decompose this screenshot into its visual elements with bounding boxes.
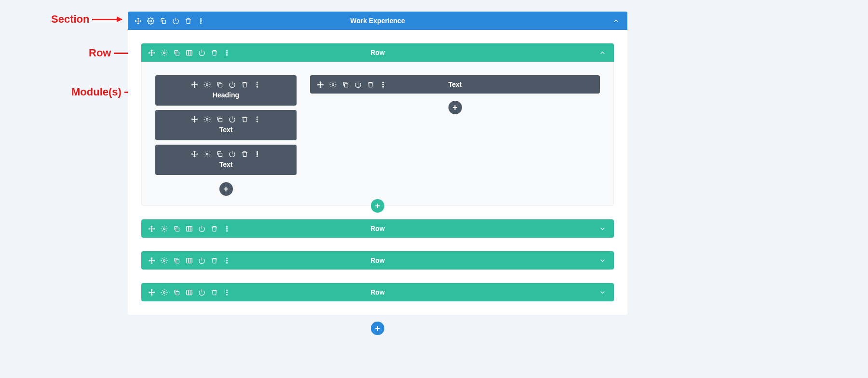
duplicate-icon[interactable] — [216, 116, 223, 123]
gear-icon[interactable] — [161, 257, 168, 264]
power-icon[interactable] — [229, 116, 236, 123]
trash-icon[interactable] — [241, 150, 248, 158]
svg-point-24 — [257, 153, 258, 154]
power-icon[interactable] — [198, 289, 205, 296]
move-icon[interactable] — [317, 81, 324, 88]
annotation-section-text: Section — [51, 13, 89, 26]
module-label: Text — [162, 126, 290, 134]
more-icon[interactable] — [254, 81, 261, 88]
duplicate-icon[interactable] — [173, 257, 180, 264]
chevron-up-icon[interactable] — [599, 49, 606, 56]
gear-icon[interactable] — [329, 81, 337, 88]
trash-icon[interactable] — [211, 225, 218, 232]
svg-point-41 — [226, 260, 227, 261]
trash-icon[interactable] — [211, 257, 218, 264]
module-toolbar — [162, 150, 290, 158]
svg-point-29 — [382, 84, 383, 85]
chevron-down-icon[interactable] — [599, 289, 606, 296]
svg-rect-38 — [176, 259, 179, 263]
arrow-icon — [92, 19, 122, 20]
trash-icon[interactable] — [367, 81, 374, 88]
row-header-collapsed[interactable]: Row — [141, 251, 614, 270]
svg-rect-1 — [163, 20, 166, 23]
column-left: Heading Text — [155, 75, 297, 196]
duplicate-icon[interactable] — [216, 150, 223, 158]
svg-point-26 — [332, 83, 334, 85]
svg-rect-39 — [187, 258, 192, 263]
svg-rect-33 — [187, 226, 192, 231]
trash-icon[interactable] — [211, 49, 218, 56]
power-icon[interactable] — [354, 81, 362, 88]
svg-point-0 — [150, 20, 152, 22]
power-icon[interactable] — [198, 49, 205, 56]
duplicate-icon[interactable] — [160, 17, 167, 25]
move-icon[interactable] — [191, 81, 198, 88]
module-text[interactable]: Text — [155, 110, 297, 140]
columns-icon[interactable] — [186, 49, 193, 56]
move-icon[interactable] — [135, 17, 142, 25]
add-section-button[interactable]: + — [371, 322, 384, 335]
svg-point-3 — [200, 20, 201, 21]
power-icon[interactable] — [229, 150, 236, 158]
svg-point-21 — [206, 153, 208, 155]
gear-icon[interactable] — [203, 81, 211, 88]
svg-point-37 — [163, 259, 165, 261]
svg-point-47 — [226, 292, 227, 293]
module-heading[interactable]: Heading — [155, 75, 297, 106]
trash-icon[interactable] — [185, 17, 192, 25]
move-icon[interactable] — [191, 150, 198, 158]
svg-point-36 — [226, 230, 227, 231]
chevron-up-icon[interactable] — [612, 17, 620, 25]
gear-icon[interactable] — [147, 17, 154, 25]
module-text[interactable]: Text — [310, 75, 600, 94]
more-icon[interactable] — [380, 81, 387, 88]
module-text[interactable]: Text — [155, 145, 297, 175]
move-icon[interactable] — [148, 289, 155, 296]
move-icon[interactable] — [148, 257, 155, 264]
more-icon[interactable] — [223, 225, 231, 232]
gear-icon[interactable] — [161, 289, 168, 296]
add-row-button[interactable]: + — [371, 199, 384, 213]
duplicate-icon[interactable] — [216, 81, 223, 88]
more-icon[interactable] — [254, 150, 261, 158]
more-icon[interactable] — [254, 116, 261, 123]
row-header-expanded[interactable]: Row — [141, 43, 614, 62]
row-header-collapsed[interactable]: Row — [141, 219, 614, 238]
power-icon[interactable] — [198, 257, 205, 264]
chevron-down-icon[interactable] — [599, 257, 606, 264]
svg-rect-17 — [219, 119, 222, 122]
move-icon[interactable] — [148, 225, 155, 232]
more-icon[interactable] — [223, 289, 231, 296]
trash-icon[interactable] — [211, 289, 218, 296]
columns-icon[interactable] — [186, 225, 193, 232]
row-toolbar — [148, 257, 231, 264]
move-icon[interactable] — [148, 49, 155, 56]
gear-icon[interactable] — [203, 116, 211, 123]
gear-icon[interactable] — [203, 150, 211, 158]
move-icon[interactable] — [191, 116, 198, 123]
trash-icon[interactable] — [241, 116, 248, 123]
columns-icon[interactable] — [186, 289, 193, 296]
columns-icon[interactable] — [186, 257, 193, 264]
more-icon[interactable] — [223, 49, 231, 56]
section-header[interactable]: Work Experience — [128, 12, 627, 30]
svg-point-5 — [163, 52, 165, 54]
gear-icon[interactable] — [161, 49, 168, 56]
add-module-button[interactable]: + — [448, 101, 462, 114]
power-icon[interactable] — [172, 17, 179, 25]
row-header-collapsed[interactable]: Row — [141, 283, 614, 301]
add-module-button[interactable]: + — [219, 182, 233, 196]
more-icon[interactable] — [223, 257, 231, 264]
more-icon[interactable] — [197, 17, 204, 25]
gear-icon[interactable] — [161, 225, 168, 232]
duplicate-icon[interactable] — [173, 49, 180, 56]
power-icon[interactable] — [229, 81, 236, 88]
duplicate-icon[interactable] — [173, 289, 180, 296]
chevron-down-icon[interactable] — [599, 225, 606, 232]
trash-icon[interactable] — [241, 81, 248, 88]
module-toolbar — [317, 81, 387, 88]
duplicate-icon[interactable] — [342, 81, 349, 88]
duplicate-icon[interactable] — [173, 225, 180, 232]
svg-point-16 — [206, 119, 208, 121]
power-icon[interactable] — [198, 225, 205, 232]
